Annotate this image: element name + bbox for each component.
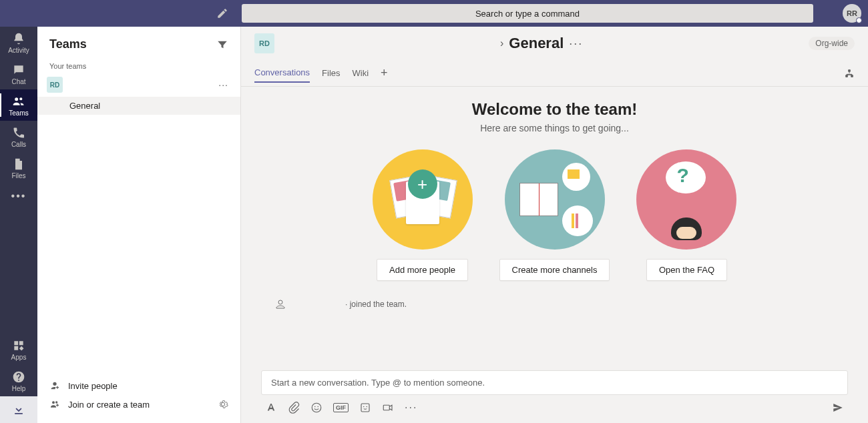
rail-label: Chat (11, 78, 25, 85)
chevron-right-icon[interactable]: › (500, 37, 503, 49)
rail-help[interactable]: Help (0, 365, 37, 396)
rail-label: Calls (11, 141, 26, 148)
svg-rect-3 (361, 404, 369, 412)
title-bar: Search or type a command RR (0, 0, 868, 27)
apps-icon (12, 339, 25, 352)
compose-more-icon[interactable]: ··· (405, 402, 417, 414)
teams-icon (12, 95, 25, 108)
team-avatar: RD (47, 77, 63, 93)
invite-label: Invite people (68, 381, 118, 391)
system-message: · joined the team. (254, 293, 855, 316)
search-input[interactable]: Search or type a command (242, 4, 813, 23)
tab-conversations[interactable]: Conversations (254, 63, 310, 83)
compose-toolbar: GIF ··· (261, 395, 848, 414)
gear-icon[interactable] (218, 399, 228, 410)
app-rail: Activity Chat Teams Calls Files ••• (0, 27, 37, 423)
channel-title: General (509, 35, 564, 52)
main-content: RD › General ··· Org-wide Conversations … (241, 27, 868, 423)
meetnow-icon[interactable] (382, 402, 394, 414)
svg-point-5 (367, 406, 368, 408)
download-icon (12, 403, 25, 416)
team-more-icon[interactable]: ··· (216, 79, 231, 90)
bell-icon (12, 32, 25, 45)
card-add-people: + Add more people (373, 149, 473, 281)
org-wide-badge: Org-wide (809, 37, 855, 50)
presence-indicator (856, 17, 862, 23)
welcome-title: Welcome to the team! (254, 100, 855, 119)
rail-label: Teams (9, 109, 28, 117)
avatar-initials: RR (847, 9, 857, 17)
channel-avatar: RD (254, 33, 274, 53)
tab-files[interactable]: Files (322, 64, 340, 82)
svg-rect-6 (383, 405, 389, 410)
add-tab-icon[interactable]: + (381, 66, 388, 80)
compose-placeholder: Start a new conversation. Type @ to ment… (271, 378, 485, 388)
svg-point-1 (314, 406, 316, 408)
rail-teams[interactable]: Teams (0, 89, 37, 121)
create-channels-button[interactable]: Create more channels (499, 259, 610, 281)
filter-icon[interactable] (216, 39, 228, 51)
your-teams-label: Your teams (37, 58, 240, 73)
file-icon (12, 157, 25, 171)
join-label: Join or create a team (68, 400, 150, 410)
send-icon[interactable] (832, 402, 844, 414)
add-people-button[interactable]: Add more people (377, 259, 468, 281)
rail-chat[interactable]: Chat (0, 58, 37, 89)
svg-point-4 (363, 406, 365, 408)
welcome-block: Welcome to the team! Here are some thing… (254, 100, 855, 281)
sticker-icon[interactable] (359, 402, 371, 414)
svg-point-0 (312, 403, 321, 412)
card-create-channels: Create more channels (499, 149, 610, 281)
rail-label: Files (11, 172, 25, 179)
card-open-faq: ? Open the FAQ (636, 149, 736, 281)
teams-panel: Teams Your teams RD ··· General Invite p… (37, 27, 241, 423)
compose-area: Start a new conversation. Type @ to ment… (241, 364, 868, 423)
chat-icon (12, 63, 25, 77)
faq-illustration: ? (636, 149, 736, 250)
rail-label: Activity (8, 47, 29, 54)
team-row[interactable]: RD ··· (37, 73, 240, 97)
join-create-team[interactable]: Join or create a team (37, 395, 240, 414)
gif-icon[interactable]: GIF (333, 403, 349, 412)
rail-apps[interactable]: Apps (0, 334, 37, 365)
welcome-subtitle: Here are some things to get going... (254, 123, 855, 133)
teams-title: Teams (49, 37, 87, 51)
tab-wiki[interactable]: Wiki (353, 64, 369, 82)
rail-activity[interactable]: Activity (0, 27, 37, 58)
org-chart-icon[interactable] (844, 68, 855, 79)
rail-calls[interactable]: Calls (0, 121, 37, 152)
rail-label: Apps (11, 354, 27, 361)
add-people-illustration: + (373, 149, 473, 250)
system-message-text: · joined the team. (345, 300, 407, 309)
channel-header: RD › General ··· Org-wide (241, 27, 868, 60)
open-faq-button[interactable]: Open the FAQ (646, 259, 727, 281)
format-icon[interactable] (265, 402, 277, 414)
user-avatar[interactable]: RR (843, 4, 861, 23)
channel-tabs: Conversations Files Wiki + (241, 60, 868, 87)
rail-more[interactable]: ••• (11, 183, 27, 209)
compose-input[interactable]: Start a new conversation. Type @ to ment… (261, 370, 848, 395)
invite-icon (49, 380, 60, 391)
phone-icon (12, 126, 25, 139)
attach-icon[interactable] (288, 402, 300, 414)
person-add-icon (274, 298, 286, 310)
rail-label: Help (12, 385, 26, 392)
create-channels-illustration (505, 149, 605, 250)
rail-files[interactable]: Files (0, 152, 37, 183)
join-team-icon (49, 399, 60, 410)
svg-point-2 (318, 406, 319, 408)
channel-more-icon[interactable]: ··· (569, 37, 583, 51)
search-placeholder: Search or type a command (475, 9, 580, 19)
channel-general[interactable]: General (37, 97, 240, 115)
invite-people[interactable]: Invite people (37, 376, 240, 395)
rail-download[interactable] (0, 396, 37, 423)
emoji-icon[interactable] (310, 402, 322, 414)
new-message-icon[interactable] (216, 7, 228, 19)
help-icon (12, 370, 25, 384)
